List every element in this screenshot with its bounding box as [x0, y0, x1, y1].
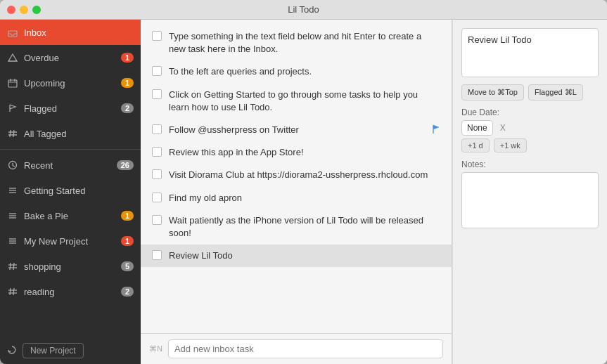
detail-title: Review Lil Todo — [461, 28, 599, 77]
task-list: Type something in the text field below a… — [141, 20, 452, 333]
sidebar: InboxOverdue1Upcoming1Flagged2All Tagged… — [0, 20, 141, 364]
task-checkbox[interactable] — [152, 169, 162, 179]
sidebar-item-label: Inbox — [24, 27, 134, 38]
sidebar-item-label: Getting Started — [24, 186, 134, 196]
due-date-none[interactable]: None — [461, 120, 493, 136]
task-flag-icon — [432, 124, 440, 136]
sidebar-item-label: shopping — [24, 261, 115, 272]
detail-panel: Review Lil Todo Move to ⌘Top Flagged ⌘L … — [452, 20, 607, 364]
sidebar-item-getting-started[interactable]: Getting Started — [0, 178, 141, 203]
task-text: Review this app in the App Store! — [169, 146, 440, 159]
task-checkbox[interactable] — [152, 31, 162, 41]
notes-section: Notes: — [461, 160, 599, 228]
inbox-icon — [7, 27, 18, 38]
task-text: Find my old apron — [169, 192, 440, 204]
task-item[interactable]: Visit Diorama Club at https://diorama2-u… — [141, 164, 452, 186]
sidebar-item-reading[interactable]: reading2 — [0, 279, 141, 304]
task-item[interactable]: Click on Getting Started to go through s… — [141, 84, 452, 119]
svg-line-24 — [13, 263, 14, 270]
plus1d-button[interactable]: +1 d — [461, 138, 490, 152]
sidebar-item-inbox[interactable]: Inbox — [0, 20, 141, 45]
task-item[interactable]: Review Lil Todo — [141, 245, 452, 267]
task-input-bar: ⌘N — [141, 333, 452, 364]
flagged-button[interactable]: Flagged ⌘L — [528, 84, 583, 100]
svg-line-23 — [10, 263, 11, 270]
sidebar-footer: New Project — [0, 337, 141, 364]
sidebar-item-label: reading — [24, 287, 115, 297]
task-item[interactable]: To the left are queries and projects. — [141, 60, 452, 83]
task-item[interactable]: Review this app in the App Store! — [141, 141, 452, 164]
list-icon — [7, 185, 18, 196]
sidebar-item-label: Recent — [24, 160, 111, 171]
titlebar: Lil Todo — [0, 0, 607, 20]
task-item[interactable]: Type something in the text field below a… — [141, 25, 452, 60]
list-icon — [7, 235, 18, 247]
sidebar-item-label: Bake a Pie — [24, 211, 115, 221]
task-item[interactable]: Find my old apron — [141, 187, 452, 209]
sidebar-item-label: Upcoming — [24, 78, 115, 89]
move-to-top-button[interactable]: Move to ⌘Top — [461, 84, 524, 100]
sidebar-item-upcoming[interactable]: Upcoming1 — [0, 70, 141, 96]
sidebar-badge: 1 — [121, 53, 134, 63]
task-checkbox[interactable] — [152, 215, 162, 225]
detail-action-buttons: Move to ⌘Top Flagged ⌘L — [461, 84, 599, 100]
task-checkbox[interactable] — [152, 124, 162, 134]
sidebar-item-label: Flagged — [24, 103, 115, 114]
sidebar-item-recent[interactable]: Recent26 — [0, 152, 141, 178]
plus1wk-button[interactable]: +1 wk — [494, 138, 527, 152]
close-button[interactable] — [7, 6, 15, 14]
task-text: Visit Diorama Club at https://diorama2-u… — [169, 169, 440, 181]
minimize-button[interactable] — [20, 6, 28, 14]
window-controls — [7, 6, 41, 14]
svg-line-7 — [10, 130, 11, 137]
task-text: Follow @ussherpress on Twitter — [169, 124, 425, 136]
notes-box[interactable] — [461, 172, 599, 228]
window-title: Lil Todo — [288, 4, 319, 15]
task-text: Click on Getting Started to go through s… — [169, 89, 440, 114]
sidebar-item-label: Overdue — [24, 53, 115, 63]
due-date-section: Due Date: None X +1 d +1 wk — [461, 108, 599, 152]
sidebar-badge: 1 — [121, 211, 134, 221]
task-checkbox[interactable] — [152, 89, 162, 99]
sidebar-badge: 5 — [121, 261, 134, 271]
sidebar-item-overdue[interactable]: Overdue1 — [0, 45, 141, 70]
task-text: Type something in the text field below a… — [169, 30, 440, 56]
svg-marker-1 — [8, 54, 17, 61]
app-window: Lil Todo InboxOverdue1Upcoming1Flagged2A… — [0, 0, 607, 364]
maximize-button[interactable] — [32, 6, 41, 14]
due-date-label: Due Date: — [461, 108, 599, 117]
hash-icon — [7, 128, 18, 139]
sidebar-badge: 2 — [121, 287, 134, 297]
sidebar-item-flagged[interactable]: Flagged2 — [0, 96, 141, 121]
input-shortcut: ⌘N — [149, 344, 162, 353]
svg-rect-2 — [8, 80, 17, 87]
task-item[interactable]: Wait patiently as the iPhone version of … — [141, 209, 452, 245]
due-date-clear[interactable]: X — [497, 122, 509, 134]
sidebar-item-shopping[interactable]: shopping5 — [0, 254, 141, 279]
sidebar-badge: 1 — [121, 236, 134, 246]
task-item[interactable]: Follow @ussherpress on Twitter — [141, 119, 452, 141]
sidebar-badge: 26 — [117, 160, 134, 170]
new-task-input[interactable] — [168, 339, 443, 358]
task-checkbox[interactable] — [152, 250, 162, 260]
new-project-button[interactable]: New Project — [23, 343, 84, 358]
sidebar-badge: 1 — [121, 78, 134, 88]
hash-icon — [7, 261, 18, 272]
sidebar-item-bake-a-pie[interactable]: Bake a Pie1 — [0, 203, 141, 228]
sidebar-item-my-new-project[interactable]: My New Project1 — [0, 228, 141, 254]
sidebar-item-label: All Tagged — [24, 129, 134, 139]
svg-line-28 — [13, 288, 14, 295]
date-add-row: +1 d +1 wk — [461, 138, 599, 152]
svg-line-27 — [10, 288, 11, 295]
triangle-icon — [7, 52, 18, 63]
task-text: To the left are queries and projects. — [169, 65, 440, 78]
sidebar-item-all-tagged[interactable]: All Tagged — [0, 121, 141, 146]
task-checkbox[interactable] — [152, 193, 162, 202]
task-checkbox[interactable] — [152, 147, 162, 157]
notes-label: Notes: — [461, 160, 599, 169]
sidebar-badge: 2 — [121, 103, 134, 113]
svg-line-8 — [13, 130, 14, 137]
task-checkbox[interactable] — [152, 66, 162, 76]
flag-icon — [7, 103, 18, 114]
calendar-icon — [7, 77, 18, 89]
